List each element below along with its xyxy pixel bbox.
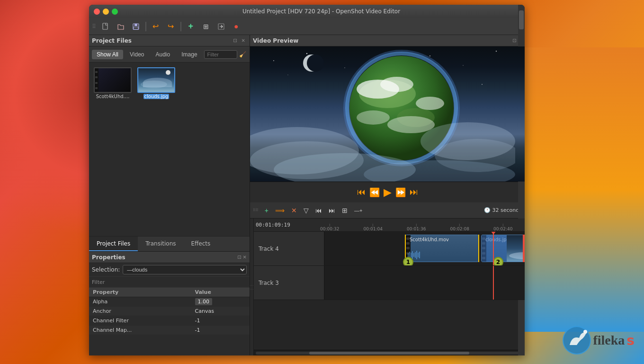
prop-value-channel-map: -1 (191, 326, 250, 335)
preview-header: Video Preview ⊡ ✕ (250, 35, 525, 46)
tab-show-all[interactable]: Show All (92, 50, 123, 59)
export-button[interactable] (215, 20, 228, 33)
properties-title: Properties (92, 254, 125, 261)
film-hole (406, 247, 410, 249)
tab-project-files[interactable]: Project Files (89, 237, 138, 251)
preview-pin-icon[interactable]: ⊡ (512, 38, 516, 43)
properties-close-icon[interactable]: ✕ (243, 255, 247, 260)
filter-label: Filter (92, 279, 105, 285)
properties-header-icons: ⊡ ✕ (237, 255, 247, 260)
skip-end-button[interactable]: ⏭ (410, 187, 418, 197)
tab-effects[interactable]: Effects (184, 237, 218, 251)
tab-image[interactable]: Image (177, 50, 202, 59)
panel-header-icons: ⊡ ✕ (232, 37, 247, 44)
timeline-ruler: 00:01:09:19 00:00:32 00:01:04 00:01:36 (254, 218, 525, 232)
prop-row-channel-filter: Channel Filter -1 (89, 316, 250, 326)
fullscreen-button[interactable]: ⊞ (199, 20, 213, 33)
add-button[interactable]: + (184, 20, 197, 33)
jump-start-button[interactable]: ⏮ (313, 205, 324, 216)
timeline-tracks: Track 4 (254, 232, 525, 350)
tab-video[interactable]: Video (125, 50, 149, 59)
rewind-button[interactable]: ⏪ (369, 187, 380, 198)
clip-scott-label: Scott4kUhd.mov (408, 236, 451, 243)
filter-row: Filter (89, 277, 250, 288)
play-button[interactable]: ▶ (384, 186, 392, 199)
zoom-button[interactable]: ⊞ (340, 205, 350, 216)
fast-forward-button[interactable]: ⏩ (395, 187, 406, 198)
panel-close-icon[interactable]: ✕ (240, 37, 247, 44)
clip-clouds[interactable]: clouds.jpg (481, 235, 525, 262)
timeline-scrollbar[interactable] (254, 350, 525, 355)
filter-input[interactable] (204, 50, 237, 59)
video-scene-svg (250, 46, 515, 182)
new-file-button[interactable] (99, 20, 112, 33)
ruler-tick-0: 00:00:32 (320, 224, 339, 231)
film-hole (95, 71, 98, 73)
file-item-clouds[interactable]: clouds.jpg (136, 66, 176, 100)
playhead (493, 232, 494, 265)
preview-title: Video Preview (253, 37, 298, 44)
ruler-tick-3: 00:02:08 (450, 224, 469, 231)
prop-row-alpha: Alpha 1.00 (89, 297, 250, 307)
clip-scott[interactable]: Scott4kUhd.mov (405, 235, 479, 262)
record-button[interactable]: ● (230, 20, 243, 33)
svg-point-5 (273, 60, 274, 61)
maximize-button[interactable] (112, 9, 118, 15)
minimize-button[interactable] (103, 9, 109, 15)
timeline-drag-dots: ⠿⠿ (253, 208, 259, 212)
file-thumb-scott (94, 67, 132, 93)
prop-value-channel-filter: -1 (191, 316, 250, 326)
title-bar: Untitled Project [HDV 720 24p] - OpenSho… (89, 5, 525, 18)
duration-icon: 🕐 (484, 207, 491, 213)
selection-label: Selection: (92, 266, 120, 273)
scrollbar-thumb[interactable] (309, 352, 469, 355)
properties-pin-icon[interactable]: ⊡ (237, 255, 241, 260)
minus-plus-button[interactable]: —+ (352, 206, 365, 215)
prop-name-channel-map: Channel Map... (89, 326, 191, 335)
track-4-label: Track 4 (254, 232, 325, 265)
window-controls (94, 9, 118, 15)
skip-start-button[interactable]: ⏮ (357, 187, 366, 197)
redo-button[interactable]: ↪ (164, 20, 178, 33)
svg-point-9 (463, 65, 464, 66)
toolbar-drag-handle: ⠿ (92, 23, 96, 30)
window-title: Untitled Project [HDV 720 24p] - OpenSho… (123, 8, 520, 15)
razor-button[interactable]: ⟹ (273, 205, 287, 216)
tab-transitions[interactable]: Transitions (138, 237, 183, 251)
tab-audio[interactable]: Audio (151, 50, 175, 59)
files-area: Scott4kUhd.... clouds.jpg (89, 63, 250, 236)
properties-panel: Properties ⊡ ✕ Selection: —clouds Filter (89, 251, 250, 355)
fileka-logo (553, 321, 591, 359)
scrollbar-track (256, 352, 523, 355)
track-3-label: Track 3 (254, 266, 325, 300)
col-value: Value (191, 288, 250, 297)
file-item-scott[interactable]: Scott4kUhd.... (93, 66, 133, 100)
arrow-down-button[interactable]: ▽ (301, 205, 311, 216)
fileka-s: s (626, 333, 635, 348)
ruler-tick-4: 00:02:40 (493, 224, 512, 231)
ruler-tick-1: 00:01:04 (363, 224, 382, 231)
filter-clear-icon[interactable]: 🧹 (239, 51, 246, 58)
clip-end-marker (478, 235, 479, 262)
playhead-track3 (493, 266, 494, 300)
open-file-button[interactable] (114, 20, 127, 33)
close-button[interactable] (94, 9, 100, 15)
video-preview (250, 46, 525, 182)
ruler-tick-2: 00:01:36 (407, 224, 426, 231)
timeline-left-handle[interactable]: ⋮⋮ (250, 218, 254, 355)
selection-dropdown[interactable]: —clouds (123, 265, 247, 274)
prop-row-channel-map: Channel Map... -1 (89, 326, 250, 335)
jump-end-button[interactable]: ⏭ (326, 205, 338, 216)
svg-rect-2 (134, 24, 137, 26)
remove-button[interactable]: ✕ (289, 205, 299, 216)
svg-point-12 (482, 84, 483, 85)
track-4-content: Scott4kUhd.mov (325, 232, 525, 265)
add-track-button[interactable]: + (262, 205, 271, 216)
undo-button[interactable]: ↩ (149, 20, 162, 33)
badge-2: 2 (493, 257, 503, 265)
save-file-button[interactable] (129, 20, 143, 33)
film-hole (95, 82, 98, 84)
panel-pin-icon[interactable]: ⊡ (232, 37, 238, 44)
content-area: Project Files ⊡ ✕ Show All Video Audio I… (89, 35, 525, 355)
timeline-toolbar: ⠿⠿ + ⟹ ✕ ▽ ⏮ ⏭ ⊞ —+ 🕐 32 seconds (250, 202, 525, 218)
